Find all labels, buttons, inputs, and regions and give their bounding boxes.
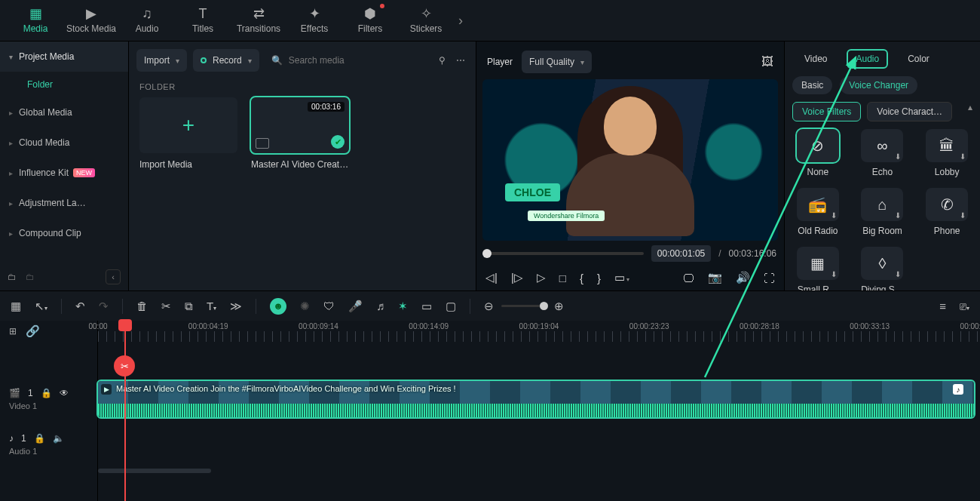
tile-import-media[interactable]: + Import Media [139, 97, 237, 170]
video-track-icon: 🎬 [9, 388, 20, 398]
pill-voice-characters[interactable]: Voice Charact… [867, 102, 952, 121]
mic-icon[interactable]: 🎤 [348, 300, 363, 313]
voice-small-room[interactable]: ▦⬇Small R… [792, 247, 844, 295]
mixer-icon[interactable]: ⎚▾ [960, 300, 969, 312]
tab-color[interactable]: Color [900, 51, 937, 67]
scissors-icon[interactable]: ✂ [114, 355, 135, 377]
snapshot-icon[interactable]: 🖼 [761, 55, 773, 69]
next-frame-button[interactable]: |▷ [511, 271, 523, 284]
link-icon[interactable]: 🔗 [26, 324, 40, 338]
record-icon [201, 57, 207, 63]
nav-more-chevron-icon[interactable]: › [454, 13, 467, 29]
volume-icon[interactable]: 🔊 [736, 271, 750, 284]
shield-icon[interactable]: 🛡 [323, 300, 335, 312]
marker-icon[interactable]: ✶ [398, 300, 408, 313]
visibility-icon[interactable]: 👁 [60, 388, 69, 398]
frame-icon[interactable]: ▢ [446, 300, 456, 313]
play-button[interactable]: ▷ [537, 271, 546, 284]
zoom-in-button[interactable]: ⊕ [554, 300, 564, 313]
lock-icon[interactable]: 🔒 [34, 433, 45, 444]
audio-track-head[interactable]: ♪1🔒🔈 Audio 1 [0, 422, 97, 467]
tree-compound-clip[interactable]: ▸Compound Clip [0, 218, 128, 248]
fullscreen-icon[interactable]: ⛶ [764, 272, 775, 284]
crop-button[interactable]: ⧉ [185, 300, 193, 313]
mute-icon[interactable]: 🔈 [53, 433, 64, 444]
audio-track[interactable] [98, 422, 980, 467]
text-button[interactable]: T▾ [207, 300, 216, 312]
voice-none[interactable]: ⊘None [792, 129, 844, 177]
pill-voice-filters[interactable]: Voice Filters [792, 102, 861, 121]
tree-folder[interactable]: Folder [0, 72, 128, 97]
voice-big-room[interactable]: ⌂⬇Big Room [857, 188, 908, 236]
tree-root-project-media[interactable]: ▾Project Media [0, 41, 128, 72]
video-track-head[interactable]: 🎬1🔒👁 Video 1 [0, 377, 97, 422]
tab-audio[interactable]: Audio [848, 51, 887, 67]
enhance-icon[interactable]: ✺ [300, 300, 310, 313]
mark-out-button[interactable]: } [597, 272, 601, 284]
more-tools-icon[interactable]: ≫ [230, 300, 242, 313]
import-dropdown[interactable]: Import▾ [136, 49, 187, 72]
keyframe-icon[interactable]: ▭ [421, 300, 432, 313]
download-icon: ⬇ [831, 270, 837, 278]
split-button[interactable]: ✂ [161, 300, 171, 313]
tab-video[interactable]: Video [797, 51, 835, 67]
nav-transitions[interactable]: ⇄Transitions [231, 0, 286, 41]
new-folder-icon[interactable]: 🗀 [8, 272, 17, 282]
voice-phone[interactable]: ✆⬇Phone [921, 188, 972, 236]
video-preview[interactable]: CHLOE Wondershare Filmora [482, 79, 778, 241]
tree-global-media[interactable]: ▸Global Media [0, 97, 128, 128]
ai-button[interactable]: ☻ [270, 298, 286, 315]
voice-old-radio[interactable]: 📻⬇Old Radio [792, 188, 844, 236]
tile-clip-1[interactable]: 00:03:16 ✔ Master AI Video Creati… [251, 97, 349, 170]
zoom-out-button[interactable]: ⊖ [484, 300, 494, 313]
music-icon[interactable]: ♬ [376, 300, 384, 312]
tree-cloud-media[interactable]: ▸Cloud Media [0, 128, 128, 158]
mark-in-button[interactable]: { [580, 272, 583, 284]
nav-media[interactable]: ▦Media [8, 0, 63, 41]
record-dropdown[interactable]: Record▾ [193, 49, 259, 72]
nav-filters[interactable]: ⬢Filters [342, 0, 398, 41]
lock-icon[interactable]: 🔒 [41, 388, 52, 398]
subtab-voice-changer[interactable]: Voice Changer [840, 76, 917, 94]
quality-dropdown[interactable]: Full Quality▾ [522, 51, 592, 73]
redo-button[interactable]: ↷ [99, 300, 109, 313]
folder-heading: FOLDER [129, 79, 476, 97]
seek-bar[interactable] [484, 252, 644, 255]
pointer-icon[interactable]: ↖▾ [35, 300, 47, 313]
aspect-dropdown[interactable]: ▭▾ [614, 271, 629, 284]
nav-stickers[interactable]: ✧Stickers [398, 0, 454, 41]
playhead[interactable]: ✂ [124, 321, 126, 501]
timeline-toolbar: ▦ ↖▾ ↶ ↷ 🗑 ✂ ⧉ T▾ ≫ ☻ ✺ 🛡 🎤 ♬ ✶ ▭ ▢ ⊖ ⊕ … [0, 290, 980, 321]
track-options-icon[interactable]: ≡ [939, 300, 946, 312]
collapse-icon[interactable]: ▴ [968, 102, 972, 121]
nav-titles[interactable]: TTitles [175, 0, 231, 41]
tree-influence-kit[interactable]: ▸Influence KitNEW [0, 158, 128, 188]
nav-audio[interactable]: ♫Audio [119, 0, 175, 41]
add-track-icon[interactable]: ⊞ [9, 326, 17, 337]
prev-frame-button[interactable]: ◁| [485, 271, 498, 284]
nav-effects[interactable]: ✦Effects [286, 0, 342, 41]
video-track[interactable]: ▶ Master AI Video Creation Join the #Fil… [98, 377, 980, 422]
zoom-slider[interactable] [501, 305, 547, 307]
undo-button[interactable]: ↶ [75, 300, 85, 313]
nav-stock-media[interactable]: ▶Stock Media [63, 0, 119, 41]
video-clip[interactable]: ▶ Master AI Video Creation Join the #Fil… [98, 381, 974, 417]
tree-adjustment-layer[interactable]: ▸Adjustment La… [0, 188, 128, 218]
camera-icon[interactable]: 📷 [708, 271, 722, 284]
voice-echo[interactable]: ∞⬇Echo [857, 129, 908, 177]
voice-diving-suit[interactable]: ◊⬇Diving S… [857, 247, 908, 295]
collapse-tree-button[interactable]: ‹ [106, 269, 121, 284]
timeline-ruler[interactable]: 00:0000:00:04:1900:00:09:1400:00:14:0900… [98, 321, 980, 342]
subtab-basic[interactable]: Basic [792, 76, 832, 94]
filter-icon[interactable]: ⚲ [439, 55, 446, 66]
layout-icon[interactable]: ▦ [11, 300, 21, 313]
horizontal-scrollbar[interactable] [98, 469, 211, 473]
delete-button[interactable]: 🗑 [136, 300, 148, 312]
voice-lobby[interactable]: 🏛⬇Lobby [921, 129, 972, 177]
more-icon[interactable]: ⋯ [456, 55, 465, 66]
new-bin-icon[interactable]: 🗀 [26, 272, 35, 282]
stop-button[interactable]: □ [559, 272, 566, 284]
search-input[interactable] [289, 55, 427, 66]
display-icon[interactable]: 🖵 [683, 272, 694, 284]
lower-third: CHLOE [505, 183, 560, 201]
